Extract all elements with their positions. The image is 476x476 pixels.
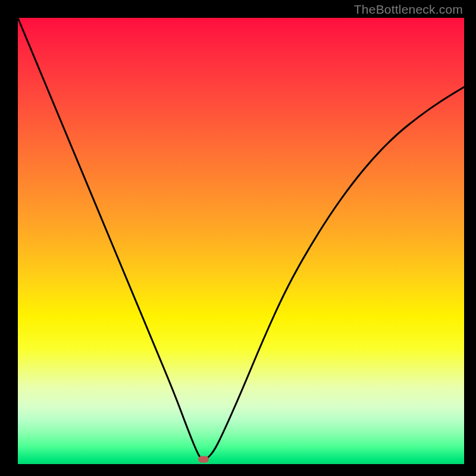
curve-path <box>18 18 464 459</box>
chart-container: TheBottleneck.com <box>0 0 476 476</box>
bottleneck-curve <box>18 18 464 464</box>
plot-area <box>18 18 464 464</box>
watermark-text: TheBottleneck.com <box>354 2 463 17</box>
optimal-marker <box>198 456 209 463</box>
